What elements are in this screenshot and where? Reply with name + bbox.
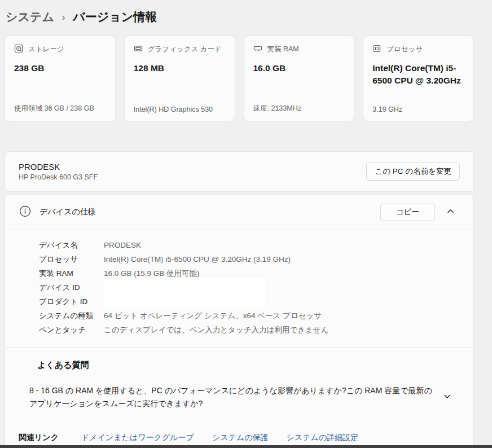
device-specs-title: デバイスの仕様 [39, 207, 96, 217]
device-name: PRODESK [19, 162, 98, 172]
spec-label: デバイス名 [39, 240, 104, 251]
faq-question: 8 - 16 GB の RAM を使用すると、PC のパフォーマンスにどのような… [29, 384, 434, 410]
spec-label: 実装 RAM [39, 269, 104, 279]
faq-section: よくある質問 8 - 16 GB の RAM を使用すると、PC のパフォーマン… [5, 348, 473, 424]
spec-value: PRODESK [104, 241, 141, 249]
device-model: HP ProDesk 600 G3 SFF [19, 173, 98, 181]
card-value: Intel(R) Core(TM) i5-6500 CPU @ 3.20GHz [372, 62, 464, 87]
spec-label: デバイス ID [39, 283, 104, 293]
table-row: ペンとタッチ このディスプレイでは、ペン入力とタッチ入力は利用できません [39, 323, 473, 337]
card-label: ストレージ [28, 45, 64, 54]
breadcrumb-system[interactable]: システム [6, 9, 54, 25]
faq-title: よくある質問 [37, 360, 460, 371]
card-value: 16.0 GB [253, 62, 345, 74]
spec-value: 64 ビット オペレーティング システム、x64 ベース プロセッサ [104, 311, 322, 321]
card-value: 128 MB [134, 62, 226, 74]
spec-label: システムの種類 [39, 311, 104, 321]
device-name-panel: PRODESK HP ProDesk 600 G3 SFF この PC の名前を… [5, 151, 474, 192]
device-identity: PRODESK HP ProDesk 600 G3 SFF [19, 162, 98, 181]
about-settings-page: システム › バージョン情報 ストレージ 238 GB 使用領域 36 GB /… [0, 0, 478, 448]
chevron-down-icon[interactable] [443, 392, 451, 402]
ram-icon [253, 44, 262, 55]
related-links-section: 関連リンク ドメインまたはワークグループ システムの保護 システムの詳細設定 [5, 424, 473, 448]
device-specs-header[interactable]: デバイスの仕様 コピー [5, 195, 473, 230]
processor-icon [372, 44, 381, 55]
card-label: 実装 RAM [267, 45, 299, 54]
rename-pc-button[interactable]: この PC の名前を変更 [366, 162, 460, 181]
card-caption: 速度: 2133MHz [253, 104, 345, 113]
summary-cards: ストレージ 238 GB 使用領域 36 GB / 238 GB グラフィックス… [5, 36, 474, 121]
ram-card: 実装 RAM 16.0 GB 速度: 2133MHz [244, 36, 355, 121]
spec-label: プロダクト ID [39, 297, 104, 307]
spec-value: Intel(R) Core(TM) i5-6500 CPU @ 3.20GHz … [104, 255, 291, 263]
spec-table: デバイス名 PRODESK プロセッサ Intel(R) Core(TM) i5… [5, 230, 473, 347]
info-icon [19, 205, 31, 219]
link-advanced-system-settings[interactable]: システムの詳細設定 [287, 433, 359, 443]
device-specs-panel: デバイスの仕様 コピー デバイス名 PRODESK プロセッサ Intel(R)… [5, 194, 474, 448]
card-label: プロセッサ [386, 45, 423, 54]
spec-label: ペンとタッチ [39, 325, 104, 335]
card-label: グラフィックス カード [148, 45, 222, 54]
breadcrumb-separator-icon: › [62, 11, 65, 23]
card-caption: 使用領域 36 GB / 238 GB [14, 104, 106, 113]
link-domain-or-workgroup[interactable]: ドメインまたはワークグループ [81, 433, 194, 443]
redacted-ids-overlay [104, 278, 265, 309]
table-row: デバイス名 PRODESK [39, 238, 473, 252]
graphics-card: グラフィックス カード 128 MB Intel(R) HD Graphics … [124, 36, 235, 121]
window-bottom-edge [0, 445, 492, 448]
chevron-up-icon[interactable] [447, 207, 454, 217]
table-row: システムの種類 64 ビット オペレーティング システム、x64 ベース プロセ… [39, 309, 473, 323]
breadcrumb: システム › バージョン情報 [5, 7, 474, 25]
processor-card: プロセッサ Intel(R) Core(TM) i5-6500 CPU @ 3.… [363, 36, 474, 121]
related-links-title: 関連リンク [19, 433, 59, 443]
spec-value: このディスプレイでは、ペン入力とタッチ入力は利用できません [104, 325, 328, 335]
storage-card: ストレージ 238 GB 使用領域 36 GB / 238 GB [5, 36, 116, 121]
spec-value: 16.0 GB (15.9 GB 使用可能) [104, 269, 200, 279]
card-caption: 3.19 GHz [372, 106, 464, 113]
page-title: バージョン情報 [73, 9, 157, 25]
graphics-icon [134, 44, 143, 55]
copy-button[interactable]: コピー [380, 204, 435, 221]
card-caption: Intel(R) HD Graphics 530 [134, 106, 226, 113]
spec-label: プロセッサ [39, 254, 104, 265]
storage-icon [14, 44, 23, 55]
link-system-protection[interactable]: システムの保護 [212, 433, 269, 443]
card-value: 238 GB [14, 62, 106, 74]
faq-question-row[interactable]: 8 - 16 GB の RAM を使用すると、PC のパフォーマンスにどのような… [37, 384, 460, 410]
table-row: プロセッサ Intel(R) Core(TM) i5-6500 CPU @ 3.… [39, 252, 473, 266]
